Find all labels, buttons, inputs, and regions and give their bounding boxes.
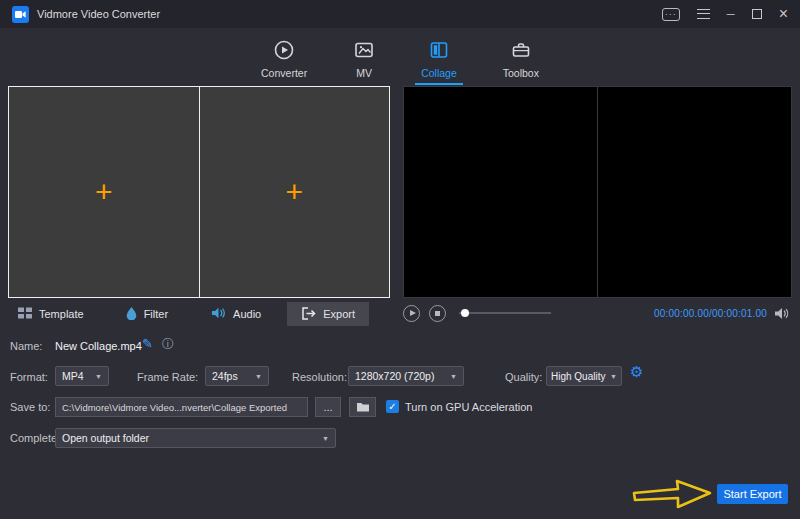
complete-action-value: Open output folder [62,432,149,444]
template-button[interactable]: Template [10,302,92,326]
chevron-down-icon: ▼ [450,373,457,380]
format-label: Format: [10,371,48,383]
quality-label: Quality: [505,371,542,383]
quality-value: High Quality [551,371,605,382]
audio-button[interactable]: Audio [204,302,269,326]
feedback-icon[interactable]: ··· [662,8,680,21]
frame-rate-label: Frame Rate: [137,371,198,383]
frame-rate-select[interactable]: 24fps ▼ [205,366,269,386]
toolbar-label: Filter [144,308,168,320]
annotation-arrow-icon [630,476,716,516]
tab-label: Toolbox [503,67,539,79]
edit-name-pencil-icon[interactable]: ✎ [142,337,153,350]
quality-select[interactable]: High Quality ▼ [546,366,622,386]
resolution-value: 1280x720 (720p) [355,370,434,382]
save-to-label: Save to: [10,401,50,413]
tab-label: Collage [421,67,457,79]
info-icon[interactable]: ⓘ [162,338,174,350]
seek-knob[interactable] [461,309,469,317]
open-folder-button[interactable] [349,397,376,417]
play-icon [410,310,416,316]
stop-icon [435,311,440,316]
playback-bar: 00:00:00.00/00:00:01.00 [403,301,792,325]
converter-icon [273,39,295,61]
gpu-acceleration-label: Turn on GPU Acceleration [405,401,532,413]
tab-label: MV [356,67,372,79]
main-tab-bar: Converter MV Collage [0,28,800,85]
mv-icon [353,39,375,61]
add-video-plus-icon: + [95,177,113,207]
menu-icon[interactable] [697,9,710,19]
save-path-field[interactable]: C:\Vidmore\Vidmore Video...nverter\Colla… [55,397,308,417]
name-value: New Collage.mp4 [55,340,142,352]
collage-cell-add-2[interactable]: + [200,87,390,297]
format-value: MP4 [62,370,84,382]
volume-icon[interactable] [775,307,790,320]
filter-icon [126,307,137,322]
name-label: Name: [10,340,42,352]
filter-button[interactable]: Filter [118,302,176,326]
chevron-down-icon: ▼ [322,435,329,442]
tab-mv[interactable]: MV [347,28,381,85]
seek-slider[interactable] [459,312,551,314]
tab-converter[interactable]: Converter [255,28,313,85]
template-icon [18,307,32,321]
toolbox-icon [510,39,532,61]
export-icon [301,307,316,322]
close-icon[interactable]: × [779,6,788,22]
complete-label: Complete: [10,432,60,444]
add-video-plus-icon: + [285,177,303,207]
app-logo-icon [12,6,29,23]
tab-collage[interactable]: Collage [415,28,463,85]
collage-cell-add-1[interactable]: + [9,87,200,297]
stop-button[interactable] [429,305,446,322]
resolution-select[interactable]: 1280x720 (720p) ▼ [348,366,464,386]
start-export-button[interactable]: Start Export [717,484,788,504]
minimize-icon[interactable]: ─ [727,9,735,20]
gear-icon[interactable]: ⚙ [630,364,643,379]
collage-toolbar: Template Filter Audio [8,302,390,326]
audio-icon [212,307,226,321]
chevron-down-icon: ▼ [95,373,102,380]
resolution-label: Resolution: [292,371,347,383]
chevron-down-icon: ▼ [610,373,617,380]
time-display: 00:00:00.00/00:00:01.00 [654,308,767,319]
folder-icon [357,402,369,412]
preview-pane-1 [404,87,598,297]
gpu-acceleration-checkbox[interactable]: ✓ [386,400,399,413]
toolbar-label: Audio [233,308,261,320]
export-button[interactable]: Export [287,302,369,326]
tab-toolbox[interactable]: Toolbox [497,28,545,85]
window-controls: ··· ─ × [662,6,788,22]
preview-area [403,86,792,298]
collage-edit-area: + + [8,86,390,298]
format-select[interactable]: MP4 ▼ [55,366,109,386]
vidmore-video-converter-window: Vidmore Video Converter ··· ─ × Converte… [0,0,800,519]
toolbar-label: Template [39,308,84,320]
maximize-icon[interactable] [752,9,762,19]
check-icon: ✓ [388,402,396,412]
complete-action-select[interactable]: Open output folder ▼ [55,428,336,448]
preview-pane-2 [598,87,791,297]
toolbar-label: Export [323,308,355,320]
play-button[interactable] [403,305,420,322]
collage-icon [428,39,450,61]
title-bar: Vidmore Video Converter ··· ─ × [0,0,800,28]
chevron-down-icon: ▼ [255,373,262,380]
window-title: Vidmore Video Converter [37,8,160,20]
browse-button[interactable]: ... [315,397,341,417]
frame-rate-value: 24fps [212,370,238,382]
tab-label: Converter [261,67,307,79]
